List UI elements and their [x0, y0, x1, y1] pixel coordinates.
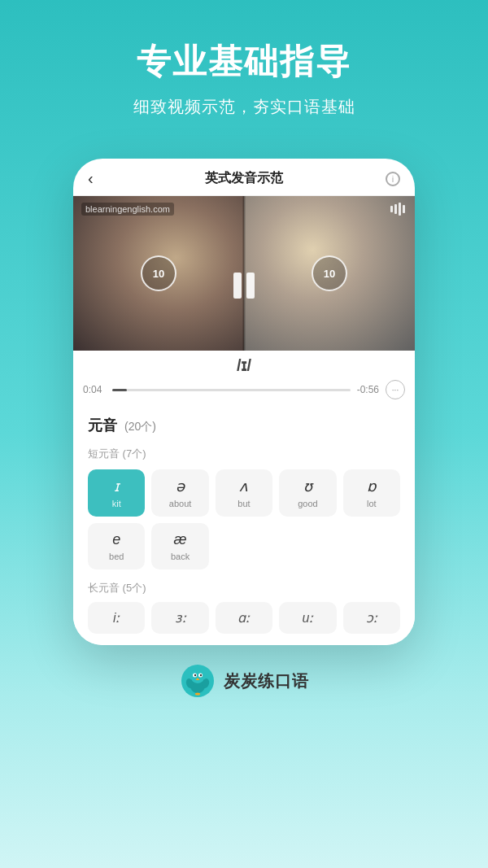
phone-frame: ‹ 英式发音示范 i blearningenglish.com — [73, 159, 415, 645]
phone-mockup: ‹ 英式发音示范 i blearningenglish.com — [0, 159, 488, 645]
replay-left-button[interactable]: 10 — [141, 255, 176, 291]
video-frame-right: 10 — [244, 196, 415, 351]
brand-mascot-icon — [180, 663, 216, 699]
short-vowels-row2: e bed æ back — [88, 523, 400, 569]
phoneme-card-empty3 — [343, 523, 400, 569]
vowels-title: 元音 (20个) — [88, 416, 400, 435]
branding-section: 炭炭练口语 — [0, 645, 488, 713]
content-section: 元音 (20个) 短元音 (7个) ɪ kit ə about ʌ but — [73, 404, 415, 645]
phoneme-card-about[interactable]: ə about — [151, 469, 208, 517]
long-vowel-uu[interactable]: uː — [279, 602, 336, 634]
progress-section: 0:04 -0:56 ··· — [73, 375, 415, 404]
brand-name: 炭炭练口语 — [224, 670, 309, 692]
svg-point-2 — [190, 669, 205, 683]
time-end: -0:56 — [357, 384, 379, 395]
long-vowel-er[interactable]: ɜː — [151, 602, 208, 634]
phoneme-card-empty2 — [279, 523, 336, 569]
long-vowels-title: 长元音 (5个) — [88, 581, 400, 595]
video-frames: 10 10 — [73, 196, 415, 351]
video-frame-left: 10 — [73, 196, 244, 351]
info-button[interactable]: i — [386, 172, 400, 186]
pause-bar-right — [246, 273, 255, 299]
hero-title: 专业基础指导 — [24, 39, 464, 85]
phoneme-card-good[interactable]: ʊ good — [279, 469, 336, 517]
long-vowel-ii[interactable]: iː — [88, 602, 145, 634]
phoneme-card-bed[interactable]: e bed — [88, 523, 145, 569]
video-section[interactable]: blearningenglish.com 10 — [73, 196, 415, 375]
back-button[interactable]: ‹ — [88, 169, 94, 188]
long-vowels-row: iː ɜː ɑː uː ɔː — [88, 602, 400, 634]
phoneme-card-but[interactable]: ʌ but — [216, 469, 272, 517]
short-vowels-row1: ɪ kit ə about ʌ but ʊ good ɒ lot — [88, 469, 400, 517]
progress-fill — [112, 389, 127, 391]
phoneme-card-lot[interactable]: ɒ lot — [343, 469, 400, 517]
pause-bar-left — [233, 273, 242, 299]
svg-point-10 — [195, 693, 200, 696]
phoneme-card-empty1 — [216, 523, 272, 569]
video-watermark: blearningenglish.com — [81, 203, 174, 216]
hero-section: 专业基础指导 细致视频示范，夯实口语基础 — [0, 0, 488, 142]
short-vowels-title: 短元音 (7个) — [88, 447, 400, 461]
svg-point-6 — [199, 674, 201, 676]
more-button[interactable]: ··· — [386, 380, 405, 399]
phoneme-card-kit[interactable]: ɪ kit — [88, 469, 145, 517]
phone-topbar: ‹ 英式发音示范 i — [73, 159, 415, 196]
phoneme-card-back[interactable]: æ back — [151, 523, 208, 569]
hero-subtitle: 细致视频示范，夯实口语基础 — [24, 96, 464, 118]
long-vowel-aa[interactable]: ɑː — [216, 602, 272, 634]
svg-point-5 — [194, 674, 195, 676]
long-vowels-section: 长元音 (5个) iː ɜː ɑː uː ɔː — [88, 581, 400, 634]
long-vowel-oo[interactable]: ɔː — [343, 602, 400, 634]
progress-bar[interactable] — [112, 389, 351, 391]
time-start: 0:04 — [83, 384, 106, 395]
sound-button[interactable] — [390, 203, 405, 216]
pause-button[interactable] — [233, 273, 255, 299]
screen-title: 英式发音示范 — [205, 170, 283, 187]
phoneme-bar: /ɪ/ — [73, 351, 415, 375]
replay-right-button[interactable]: 10 — [312, 255, 347, 291]
